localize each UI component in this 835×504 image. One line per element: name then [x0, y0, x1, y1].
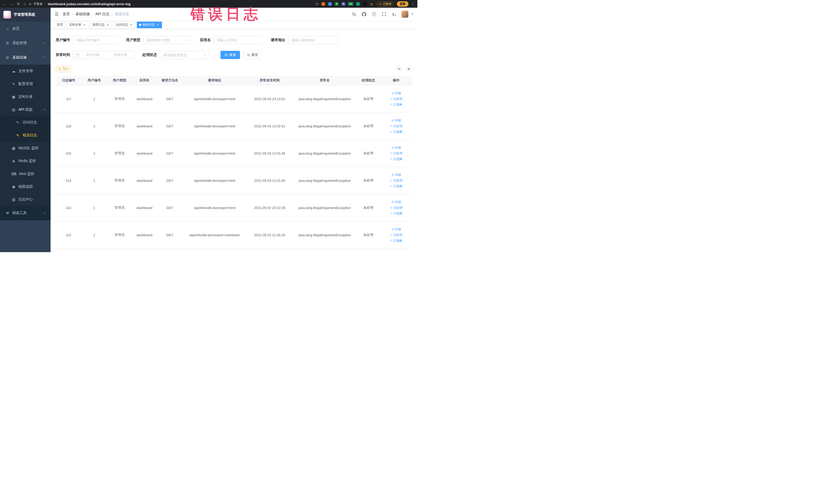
sidebar-item-api-logs[interactable]: ▤ API 日志: [0, 103, 50, 116]
tab-access-logs[interactable]: 访问日志 ×: [114, 22, 135, 28]
back-icon[interactable]: ←: [3, 2, 6, 6]
extension-icon[interactable]: [356, 2, 360, 6]
detail-link[interactable]: ⊙ 详细: [391, 91, 401, 96]
extension-icon[interactable]: [328, 2, 332, 6]
col-exception-name: 异常名: [293, 76, 357, 85]
ignored-link[interactable]: ✓ 已忽略: [390, 157, 403, 161]
app-name-input[interactable]: [214, 36, 263, 44]
sidebar-item-mysql-monitor[interactable]: ▦ MySQL 监控: [0, 142, 50, 155]
ignored-link[interactable]: ✓ 已忽略: [390, 129, 403, 134]
processed-link[interactable]: ✓ 已处理: [390, 178, 403, 183]
ignored-link[interactable]: ✓ 已忽略: [390, 211, 403, 216]
sidebar-item-system-management[interactable]: ⚙ 系统管理: [0, 36, 50, 50]
logo[interactable]: 芋道管理系统: [0, 8, 50, 22]
processed-link[interactable]: ✓ 已处理: [390, 124, 403, 128]
chevron-down-icon[interactable]: [411, 14, 413, 15]
detail-link[interactable]: ⊙ 详细: [391, 200, 401, 204]
close-icon[interactable]: ×: [156, 23, 160, 27]
processed-link[interactable]: ✓ 已处理: [390, 97, 403, 101]
search-icon[interactable]: [351, 12, 357, 17]
ignored-link[interactable]: ✓ 已忽略: [390, 102, 403, 107]
extension-grid-icon[interactable]: ⊞: [341, 2, 345, 6]
process-status-select[interactable]: [160, 51, 209, 59]
processed-link[interactable]: ✓ 已处理: [390, 151, 403, 156]
address-url[interactable]: dashboard.yudao.iocoder.cn/infra/log/api…: [48, 2, 131, 6]
detail-link[interactable]: ⊙ 详细: [391, 118, 401, 123]
ignored-link[interactable]: ✓ 已忽略: [390, 184, 403, 188]
close-icon[interactable]: ×: [83, 23, 86, 27]
cell-app-name: dashboard: [132, 194, 157, 221]
tags-view: 首页 定时任务 × 调度日志 × 访问日志 × 错误日志 ×: [50, 21, 418, 29]
cell-exception-name: java.lang.IllegalArgumentException: [293, 140, 357, 167]
help-icon[interactable]: ?: [371, 12, 376, 17]
processed-link[interactable]: ✓ 已处理: [390, 233, 403, 237]
breadcrumb-item[interactable]: 首页: [63, 12, 70, 16]
cell-exception-name: java.lang.IllegalArgumentException: [293, 85, 357, 113]
cell-app-name: dashboard: [132, 113, 157, 140]
site-security[interactable]: ⚠ 不安全: [29, 2, 45, 6]
sidebar-item-tracing[interactable]: ◉ 链路追踪: [0, 180, 50, 193]
sidebar-item-redis-monitor[interactable]: ◈ Redis 监控: [0, 155, 50, 167]
user-id-input[interactable]: [73, 36, 118, 44]
paused-badge[interactable]: ☺ 已暂停: [376, 1, 394, 7]
close-icon[interactable]: ×: [106, 23, 109, 27]
sidebar-item-file-management[interactable]: ☁ 文件管理: [0, 65, 50, 78]
reset-button[interactable]: ↻ 重置: [243, 51, 262, 59]
sidebar-item-infrastructure[interactable]: ⊞ 基础设施: [0, 50, 50, 65]
close-icon[interactable]: ×: [129, 23, 133, 27]
font-size-icon[interactable]: TT: [391, 12, 396, 17]
reload-icon[interactable]: ↻: [17, 2, 20, 6]
sidebar-item-error-logs[interactable]: ✎ 错误日志: [0, 129, 50, 142]
sidebar-item-java-monitor[interactable]: ⌨ Java 监控: [0, 167, 50, 180]
update-button[interactable]: 更新: [397, 1, 408, 7]
column-settings-button[interactable]: ⚙: [405, 65, 412, 73]
extension-icon[interactable]: Y: [335, 2, 339, 6]
detail-link[interactable]: ⊙ 详细: [391, 145, 401, 150]
sidebar-item-scheduled-tasks[interactable]: ▣ 定时任务: [0, 90, 50, 103]
filter-row-1: 用户编号 用户类型 应用名 请求地址: [56, 36, 412, 44]
check-icon: ✓: [390, 239, 392, 242]
avatar[interactable]: [402, 11, 408, 18]
log-icon: ✎: [15, 133, 20, 137]
breadcrumb-item[interactable]: API 日志: [96, 12, 109, 16]
hamburger-icon[interactable]: ☰: [55, 12, 59, 17]
detail-link[interactable]: ⊙ 详细: [391, 173, 401, 177]
ignored-link[interactable]: ✓ 已忽略: [390, 238, 403, 243]
refresh-button[interactable]: ↻: [396, 65, 403, 73]
bookmark-star-icon[interactable]: ☆: [315, 2, 319, 6]
browser-menu-icon[interactable]: ⋮: [411, 2, 415, 6]
detail-link[interactable]: ⊙ 详细: [391, 227, 401, 231]
tab-error-logs[interactable]: 错误日志 ×: [137, 22, 162, 28]
extension-on-badge[interactable]: on: [348, 2, 353, 6]
extension-icon[interactable]: [321, 2, 325, 6]
cell-actions: ⊙ 详细 ✓ 已处理 ✓ 已忽略: [380, 113, 412, 140]
tab-home[interactable]: 首页: [55, 22, 65, 28]
sidebar-item-label: 基础设施: [12, 55, 27, 60]
user-type-select[interactable]: [143, 36, 192, 44]
sidebar-item-access-logs[interactable]: ✎ 访问日志: [0, 116, 50, 129]
gear-icon: ⚙: [407, 67, 410, 70]
fullscreen-icon[interactable]: [382, 12, 387, 17]
search-button[interactable]: 搜索: [221, 51, 240, 59]
sidebar-item-config-management[interactable]: ✎ 配置管理: [0, 78, 50, 90]
cell-log-id: 114: [56, 167, 81, 194]
date-range-picker[interactable]: 开始日期 - 结束日期: [73, 51, 135, 59]
breadcrumb-item[interactable]: 基础设施: [76, 12, 90, 16]
export-button[interactable]: 导出: [56, 66, 72, 73]
sidebar-item-dev-tools[interactable]: ⚒ 研发工具: [0, 206, 50, 220]
request-url-input[interactable]: [288, 36, 338, 44]
tab-scheduled-tasks[interactable]: 定时任务 ×: [67, 22, 88, 28]
task-icon: ▣: [11, 95, 16, 99]
sidebar-item-home[interactable]: ⌂ 首页: [0, 22, 50, 36]
cell-method: GET: [157, 85, 183, 113]
home-icon[interactable]: ⌂: [24, 2, 26, 6]
profile-avatar-icon[interactable]: ☺: [369, 2, 373, 6]
processed-link[interactable]: ✓ 已处理: [390, 205, 403, 210]
console-icon: ⌨: [11, 172, 16, 176]
cell-actions: ⊙ 详细 ✓ 已处理 ✓ 已忽略: [380, 167, 412, 194]
extension-icon[interactable]: [363, 2, 367, 6]
tab-schedule-logs[interactable]: 调度日志 ×: [90, 22, 112, 28]
sidebar-item-log-center[interactable]: ▧ 日志中心: [0, 193, 50, 206]
github-icon[interactable]: [361, 12, 367, 17]
forward-icon[interactable]: →: [10, 2, 13, 6]
